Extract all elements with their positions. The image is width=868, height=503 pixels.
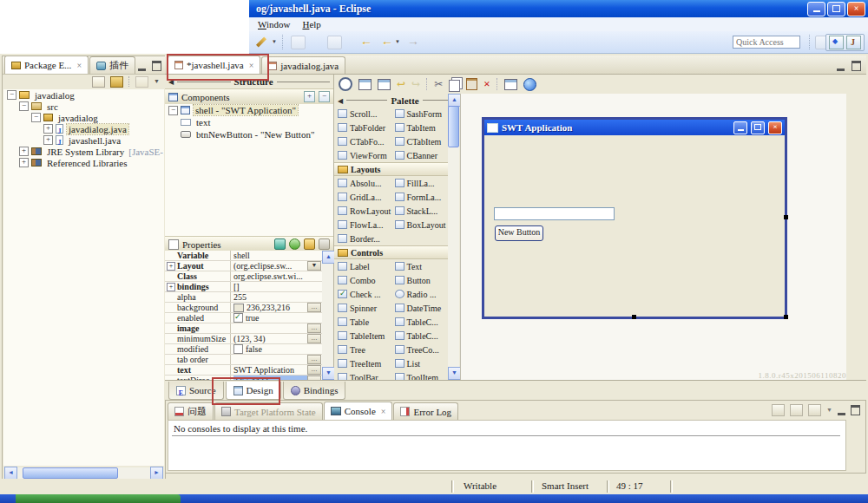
palette-item[interactable]: FillLa... [391, 179, 449, 188]
close-view-icon[interactable]: × [381, 407, 386, 416]
tree-expander-icon[interactable]: − [31, 113, 41, 122]
maximize-editor-icon[interactable] [852, 61, 861, 71]
tree-expander-icon[interactable]: + [19, 147, 29, 156]
taskbar-button[interactable] [16, 494, 181, 503]
back-icon[interactable]: ← [381, 31, 393, 52]
console-content[interactable]: No consoles to display at this time. [168, 420, 846, 471]
tree-expander-icon[interactable]: − [19, 101, 29, 111]
tree-expander-icon[interactable]: + [43, 124, 53, 134]
editor-page-tab[interactable]: Bindings [283, 382, 346, 400]
property-row[interactable]: image … [165, 323, 322, 334]
checkbox-icon[interactable] [233, 344, 243, 354]
restore-window-icon[interactable] [827, 2, 845, 16]
java-perspective-icon[interactable] [846, 36, 861, 49]
properties-scrollbar[interactable]: ▲ ▼ [322, 251, 333, 380]
minimize-view-icon[interactable] [138, 61, 146, 71]
property-value-cell[interactable]: false [231, 344, 322, 354]
console-view-tab[interactable]: 问题 [168, 402, 214, 420]
palette-item[interactable]: GridLa... [334, 193, 391, 202]
palette-item[interactable]: Button [391, 276, 449, 285]
palette-item[interactable]: TreeItem [334, 359, 391, 369]
quick-access-input[interactable] [733, 36, 800, 49]
editor-page-tab[interactable]: Design [226, 382, 281, 400]
property-value-cell[interactable]: [] [231, 282, 322, 291]
tree-item[interactable]: − src [3, 101, 164, 112]
property-row[interactable]: enabled true [165, 313, 322, 323]
tree-item[interactable]: + javashell.java [3, 134, 164, 146]
component-item[interactable]: − shell - "SWT Application" [165, 104, 333, 116]
tree-item[interactable]: − javadialog [3, 89, 164, 101]
palette-item[interactable]: SashForm [391, 109, 449, 119]
console-view-tab[interactable]: Console × [324, 402, 393, 420]
property-row[interactable]: alpha 255 [165, 292, 322, 303]
collapse-structure-icon[interactable]: ◀ [168, 77, 174, 86]
editor-tab[interactable]: *javashell.java × [168, 56, 260, 74]
tree-item[interactable]: + JRE System Library [JavaSE-1. [3, 146, 164, 157]
palette-item[interactable]: BoxLayout [391, 220, 449, 230]
scroll-down-icon[interactable]: ▼ [322, 367, 335, 380]
palette-item[interactable]: Border... [334, 234, 391, 244]
pin-console-icon[interactable] [790, 404, 803, 416]
console-view-tab[interactable]: Target Platform State [214, 402, 323, 420]
palette-item[interactable]: TableC... [391, 331, 449, 341]
maximize-console-icon[interactable] [851, 405, 860, 415]
value-editor-button[interactable]: … [307, 303, 321, 312]
tree-expander-icon[interactable]: + [43, 135, 53, 145]
minimize-console-icon[interactable] [838, 405, 845, 415]
palette-item[interactable]: FormLa... [391, 193, 449, 202]
scroll-up-icon[interactable]: ▲ [448, 94, 461, 107]
preview-window-icon[interactable] [378, 79, 391, 90]
palette-item[interactable]: CBanner [391, 151, 449, 160]
palette-item[interactable]: Controls [334, 245, 448, 259]
property-value-cell[interactable]: shell [231, 251, 322, 260]
component-item[interactable]: text [165, 116, 333, 128]
palette-item[interactable]: Text [391, 262, 449, 271]
tree-expander-icon[interactable]: − [168, 106, 178, 115]
property-row[interactable]: tab order … [165, 355, 322, 365]
tree-item[interactable]: + javadialog.java [3, 123, 164, 134]
palette-item[interactable]: Table [334, 317, 391, 327]
property-expander-icon[interactable]: + [167, 283, 175, 291]
palette-item[interactable]: TableItem [334, 331, 391, 341]
goto-definition-icon[interactable] [289, 238, 300, 250]
collapse-all-icon[interactable] [92, 76, 105, 88]
value-editor-button[interactable]: ▼ [307, 261, 321, 271]
resize-handle-corner[interactable] [784, 315, 788, 319]
forward-icon[interactable]: → [407, 31, 419, 52]
console-view-tab[interactable]: Error Log [393, 402, 458, 420]
scroll-down-icon[interactable]: ▼ [448, 367, 461, 380]
shell-minimize-icon[interactable] [733, 121, 747, 134]
view-menu-icon[interactable]: ▼ [154, 78, 160, 85]
maximize-view-icon[interactable] [152, 61, 161, 71]
resize-handle-right[interactable] [784, 215, 788, 219]
property-value-cell[interactable]: true [231, 313, 322, 323]
tab-package-explorer[interactable]: Package E... × [4, 56, 89, 74]
test-window-icon[interactable] [358, 79, 372, 90]
externalize-strings-icon[interactable] [504, 79, 517, 90]
property-value-cell[interactable]: SWT Application … [231, 365, 322, 375]
delete-icon[interactable]: × [483, 77, 490, 91]
palette-item[interactable]: ToolBar [334, 373, 391, 381]
cut-icon[interactable]: ✂ [434, 78, 443, 91]
scroll-up-icon[interactable]: ▲ [322, 251, 335, 264]
palette-item[interactable]: ViewForm [334, 151, 391, 160]
property-row[interactable]: + Layout (org.eclipse.sw... ▼ [165, 261, 322, 271]
scroll-right-icon[interactable]: ► [150, 467, 163, 480]
run-tool-dropdown-icon[interactable]: ▼ [272, 39, 277, 44]
property-value-cell[interactable]: (org.eclipse.sw... ▼ [231, 261, 322, 271]
windows-taskbar[interactable] [0, 494, 868, 503]
property-row[interactable]: + bindings [] [165, 282, 322, 292]
property-row[interactable]: text SWT Application … [165, 365, 322, 376]
back-annotation-icon[interactable]: ← [360, 31, 372, 52]
palette-item[interactable]: TabFolder [334, 123, 391, 133]
property-row[interactable]: Variable shell [165, 251, 322, 261]
close-editor-icon[interactable]: × [249, 61, 254, 70]
scroll-left-icon[interactable]: ◄ [4, 467, 17, 480]
property-row[interactable]: Class org.eclipse.swt.wi... [165, 271, 322, 282]
value-editor-button[interactable]: … [307, 323, 321, 333]
property-value-cell[interactable]: 236,233,216 … [231, 303, 322, 312]
palette-item[interactable]: DateTime [391, 304, 449, 313]
property-value-cell[interactable]: (123, 34) … [231, 334, 322, 343]
palette-item[interactable]: Label [334, 262, 391, 271]
tree-item[interactable]: − javadialog [3, 112, 164, 123]
